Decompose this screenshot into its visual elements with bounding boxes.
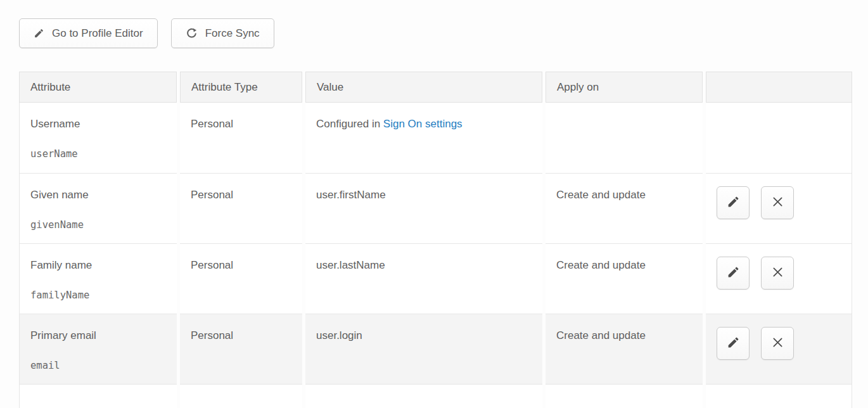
apply-on-cell: Create and update <box>546 314 703 384</box>
pencil-icon <box>727 265 740 281</box>
attribute-type-cell <box>180 384 302 408</box>
toolbar: Go to Profile Editor Force Sync <box>0 0 868 48</box>
value-text: Configured in <box>316 118 383 130</box>
value-cell: user.login <box>305 314 542 384</box>
apply-on-cell <box>546 103 703 173</box>
go-to-profile-editor-label: Go to Profile Editor <box>52 27 143 40</box>
value-cell: Configured in Sign On settings <box>305 103 542 173</box>
attribute-label: Username <box>30 117 166 131</box>
table-row <box>19 384 852 408</box>
table-row: Primary email email Personal user.login … <box>19 314 852 384</box>
attribute-name: userName <box>30 147 166 161</box>
x-icon <box>771 195 784 210</box>
sync-refresh-icon <box>186 27 198 39</box>
actions-cell <box>706 103 852 173</box>
attribute-type-cell: Personal <box>180 243 302 314</box>
apply-on-cell: Create and update <box>546 173 703 243</box>
attribute-cell <box>19 384 177 408</box>
attribute-label: Primary email <box>30 329 166 343</box>
delete-attribute-button[interactable] <box>761 257 794 290</box>
edit-attribute-button[interactable] <box>717 257 750 290</box>
table-header-row: Attribute Attribute Type Value Apply on <box>19 72 852 103</box>
delete-attribute-button[interactable] <box>761 186 794 219</box>
actions-cell <box>706 314 852 384</box>
sign-on-settings-link[interactable]: Sign On settings <box>383 118 463 130</box>
attribute-name: email <box>30 359 166 373</box>
attribute-type-cell: Personal <box>180 103 302 173</box>
pencil-icon <box>727 336 740 351</box>
attribute-cell: Family name familyName <box>19 243 177 314</box>
actions-cell <box>706 173 852 243</box>
value-cell: user.lastName <box>305 243 542 314</box>
column-header-value: Value <box>305 72 542 103</box>
attribute-name: familyName <box>30 288 166 302</box>
column-header-attribute: Attribute <box>19 72 177 103</box>
table-row: Family name familyName Personal user.las… <box>19 243 852 314</box>
delete-attribute-button[interactable] <box>761 327 794 360</box>
attribute-name: givenName <box>30 218 166 232</box>
attribute-type-cell: Personal <box>180 314 302 384</box>
pencil-icon <box>34 28 44 39</box>
apply-on-cell: Create and update <box>546 243 703 314</box>
edit-attribute-button[interactable] <box>717 186 750 219</box>
attribute-label: Family name <box>30 258 166 272</box>
attribute-cell: Primary email email <box>19 314 177 384</box>
value-cell: user.firstName <box>305 173 542 243</box>
column-header-actions <box>706 72 852 103</box>
actions-cell <box>706 384 852 408</box>
attribute-cell: Username userName <box>19 103 177 173</box>
go-to-profile-editor-button[interactable]: Go to Profile Editor <box>19 18 158 48</box>
column-header-attribute-type: Attribute Type <box>180 72 302 103</box>
force-sync-label: Force Sync <box>205 27 260 40</box>
table-row: Given name givenName Personal user.first… <box>19 173 852 243</box>
x-icon <box>771 336 784 351</box>
x-icon <box>771 265 784 281</box>
table-row: Username userName Personal Configured in… <box>19 103 852 173</box>
attribute-mappings-table: Attribute Attribute Type Value Apply on … <box>19 72 852 408</box>
attribute-cell: Given name givenName <box>19 173 177 243</box>
actions-cell <box>706 243 852 314</box>
pencil-icon <box>727 195 740 210</box>
apply-on-cell <box>546 384 703 408</box>
column-header-apply-on: Apply on <box>546 72 703 103</box>
attribute-type-cell: Personal <box>180 173 302 243</box>
edit-attribute-button[interactable] <box>717 327 750 360</box>
attribute-label: Given name <box>30 188 166 202</box>
force-sync-button[interactable]: Force Sync <box>171 18 274 48</box>
value-cell <box>305 384 542 408</box>
